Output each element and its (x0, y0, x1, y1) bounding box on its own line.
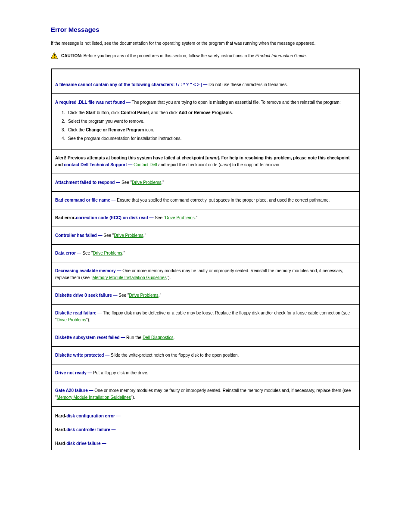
section-heading: Error Messages (51, 26, 360, 33)
table-row: A filename cannot contain any of the fol… (52, 69, 359, 94)
error-title: A filename cannot contain any of the fol… (55, 82, 207, 87)
table-row: Data error — See "Drive Problems." (52, 245, 359, 262)
error-title: Decreasing available memory — (55, 268, 121, 273)
error-title: Bad command or file name — (55, 198, 116, 202)
table-row: Hard-disk controller failure — (52, 422, 359, 436)
error-ital: nnnn (220, 162, 230, 167)
list-item: Select the program you want to remove. (66, 118, 356, 125)
error-prefix: Hard- (55, 427, 66, 432)
error-title: disk configuration error — (66, 414, 121, 418)
table-row: Gate A20 failure — One or more memory mo… (52, 382, 359, 407)
caution-text: CAUTION: Before you begin any of the pro… (61, 53, 307, 59)
error-title: Diskette subsystem reset failed — (55, 335, 125, 340)
error-body: See " (118, 293, 129, 298)
error-body: ) to the support technician. (230, 162, 280, 167)
error-body: See " (81, 251, 93, 255)
table-row: Bad error-correction code (ECC) on disk … (52, 209, 359, 227)
caution-ital: Product Information Guide (255, 53, 306, 58)
error-title: disk drive failure — (66, 441, 106, 446)
table-row: Decreasing available memory — One or mor… (52, 262, 359, 287)
error-title: Diskette drive 0 seek failure — (55, 293, 118, 298)
error-body: Do not use these characters in filenames… (207, 82, 288, 87)
error-body: ." (161, 180, 164, 185)
error-body: "). (167, 275, 171, 280)
error-title: Attachment failed to respond — (55, 180, 120, 185)
link-memory-guidelines[interactable]: Memory Module Installation Guidelines (57, 395, 131, 400)
error-title: contact Dell Technical Support — (64, 162, 133, 167)
error-prefix: Hard- (55, 441, 66, 446)
link-drive-problems[interactable]: Drive Problems (57, 317, 86, 322)
caution-label: CAUTION: (61, 53, 82, 58)
list-item: Click the Change or Remove Program icon. (66, 127, 356, 134)
error-prefix-ital: nnnn (207, 156, 217, 160)
error-prefix: Bad error- (55, 215, 76, 220)
error-body: See " (102, 233, 114, 238)
caution-body-2: . (306, 53, 307, 58)
error-body: "). (86, 317, 90, 322)
caution-body-1: Before you begin any of the procedures i… (84, 53, 255, 58)
error-title: Data error — (55, 251, 81, 255)
link-drive-problems[interactable]: Drive Problems (129, 293, 158, 298)
link-drive-problems[interactable]: Drive Problems (165, 215, 194, 220)
error-body: See " (120, 180, 132, 185)
error-title: Diskette read failure — (55, 311, 102, 315)
intro-text: If the message is not listed, see the do… (51, 40, 360, 47)
table-row: A required .DLL file was not found — The… (52, 94, 359, 149)
error-body: ." (195, 215, 197, 220)
error-table: A filename cannot contain any of the fol… (51, 68, 360, 450)
error-title: Drive not ready — (55, 370, 92, 375)
error-body: See " (153, 215, 165, 220)
error-title: disk controller failure — (66, 427, 115, 432)
error-body: "). (131, 395, 135, 400)
list-item: Click the Start button, click Control Pa… (66, 109, 356, 116)
error-prefix: Alert! Previous attempts at booting this… (55, 156, 207, 160)
error-title: Gate A20 failure — (55, 388, 93, 393)
error-title: A required .DLL file was not found — (55, 100, 131, 105)
error-body: ." (159, 293, 161, 298)
table-row: Controller has failed — See "Drive Probl… (52, 227, 359, 245)
list-item: See the program documentation for instal… (66, 135, 356, 142)
error-prefix: Hard- (55, 414, 66, 418)
table-row: Diskette drive 0 seek failure — See "Dri… (52, 287, 359, 305)
table-row: Bad command or file name — Ensure that y… (52, 192, 359, 209)
error-body: Ensure that you spelled the command corr… (116, 198, 330, 202)
link-contact-dell[interactable]: Contact Dell (134, 162, 157, 167)
error-body: Run the (125, 335, 143, 340)
error-title: correction code (ECC) on disk read — (76, 215, 153, 220)
link-drive-problems[interactable]: Drive Problems (93, 251, 122, 255)
table-row: Drive not ready — Put a floppy disk in t… (52, 364, 359, 382)
error-body: Put a floppy disk in the drive. (92, 370, 149, 375)
table-row: Alert! Previous attempts at booting this… (52, 149, 359, 174)
error-title: Controller has failed — (55, 233, 102, 238)
link-dell-diagnostics[interactable]: Dell Diagnostics (143, 335, 174, 340)
error-body: The program that you are trying to open … (131, 100, 341, 105)
table-row: Diskette read failure — The floppy disk … (52, 305, 359, 329)
error-body: Slide the write-protect notch on the flo… (109, 353, 239, 358)
error-title: Diskette write protected — (55, 353, 109, 358)
table-row: Attachment failed to respond — See "Driv… (52, 174, 359, 192)
table-row: Hard-disk drive failure — (52, 436, 359, 450)
error-body: and report the checkpoint code ( (157, 162, 220, 167)
table-row: Hard-disk configuration error — (52, 407, 359, 422)
error-body: ." (122, 251, 125, 255)
link-drive-problems[interactable]: Drive Problems (114, 233, 143, 238)
svg-rect-2 (54, 57, 55, 58)
table-row: Diskette subsystem reset failed — Run th… (52, 329, 359, 347)
table-row: Diskette write protected — Slide the wri… (52, 347, 359, 364)
error-body: ." (143, 233, 146, 238)
svg-rect-1 (54, 54, 55, 56)
link-drive-problems[interactable]: Drive Problems (132, 180, 161, 185)
caution-icon (51, 53, 58, 59)
error-body: . (174, 335, 175, 340)
step-list: Click the Start button, click Control Pa… (55, 109, 356, 142)
caution-block: CAUTION: Before you begin any of the pro… (51, 53, 360, 59)
link-memory-guidelines[interactable]: Memory Module Installation Guidelines (92, 275, 166, 280)
